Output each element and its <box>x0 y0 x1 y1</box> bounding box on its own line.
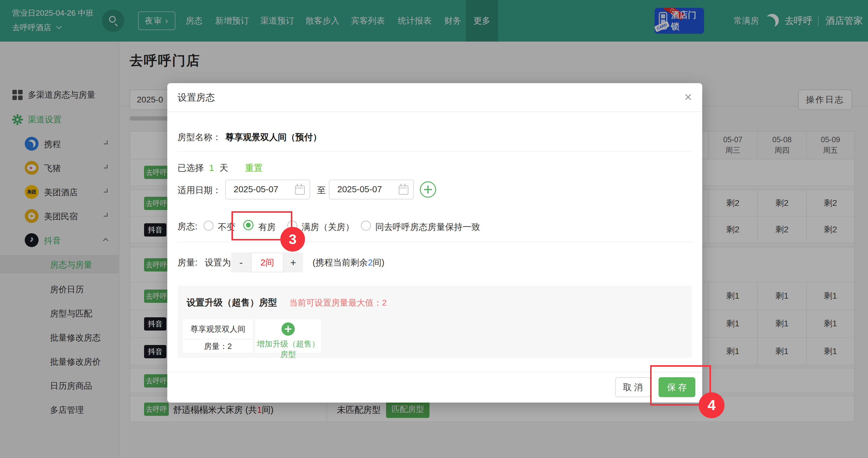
calendar-icon <box>399 186 408 195</box>
modal-footer-divider <box>167 372 702 372</box>
qty-label: 房量: <box>178 257 197 269</box>
reset-link[interactable]: 重置 <box>245 163 262 173</box>
date-to-label: 至 <box>317 185 326 196</box>
radio-full-closed-label[interactable]: 满房（关房） <box>302 221 354 233</box>
modal-header-divider <box>167 111 702 112</box>
modal-divider <box>178 242 692 242</box>
annotation-badge-step4: 4 <box>699 392 724 418</box>
qty-plus-button[interactable]: + <box>284 253 303 272</box>
date-from-input[interactable]: 2025-05-07 <box>225 179 310 199</box>
qty-value-input[interactable]: 2间 <box>251 253 284 272</box>
date-to-value: 2025-05-07 <box>337 185 382 194</box>
room-type-row: 房型名称： 尊享观景双人间（预付） <box>178 131 321 143</box>
qty-minus-button[interactable]: - <box>231 253 251 272</box>
radio-sync-quhuhu-label[interactable]: 同去呼呼房态房量保持一致 <box>375 221 480 233</box>
room-type-label: 房型名称： <box>178 132 221 142</box>
qty-set-label: 设置为 <box>205 257 231 269</box>
selected-days-row: 已选择 1 天 重置 <box>178 162 262 174</box>
cancel-button[interactable]: 取 消 <box>615 377 651 397</box>
selected-unit: 天 <box>219 163 228 173</box>
add-date-range-button[interactable] <box>420 182 436 198</box>
upgrade-title: 设置升级（超售）房型 <box>187 297 277 307</box>
set-room-status-modal: 设置房态 × 房型名称： 尊享观景双人间（预付） 已选择 1 天 重置 适用日期… <box>167 83 702 402</box>
radio-unchanged[interactable] <box>204 221 214 231</box>
add-upgrade-label: 增加升级（超售）房型 <box>255 339 321 360</box>
add-upgrade-roomtype-button[interactable]: 增加升级（超售）房型 <box>255 319 321 353</box>
radio-sync-quhuhu[interactable] <box>361 221 371 231</box>
date-from-value: 2025-05-07 <box>234 185 278 194</box>
plus-icon <box>281 322 295 336</box>
date-range-label: 适用日期： <box>178 185 221 196</box>
room-type-value: 尊享观景双人间（预付） <box>225 132 321 142</box>
modal-title: 设置房态 <box>178 83 215 112</box>
close-icon[interactable]: × <box>684 89 692 105</box>
upgrade-card-room: 尊享观景双人间 <box>183 319 253 339</box>
selected-days-value: 1 <box>209 163 214 173</box>
modal-divider <box>178 151 692 152</box>
annotation-badge-step3: 3 <box>280 227 305 252</box>
upgrade-card-qty: 房量：2 <box>183 340 253 353</box>
qty-remaining-note: (携程当前剩余2间) <box>313 257 384 269</box>
app-root: 营业日2025-04-26 中班 去呼呼酒店 夜审 › 房态 新增预订 渠道预订… <box>0 0 868 458</box>
selected-label: 已选择 <box>178 163 204 173</box>
status-label: 房态: <box>178 221 197 233</box>
calendar-icon <box>295 186 305 195</box>
date-to-input[interactable]: 2025-05-07 <box>329 179 414 199</box>
upgrade-max-hint: 当前可设置房量最大值：2 <box>289 298 387 307</box>
upgrade-oversell-panel: 设置升级（超售）房型 当前可设置房量最大值：2 尊享观景双人间 房量：2 增加升… <box>178 286 692 358</box>
